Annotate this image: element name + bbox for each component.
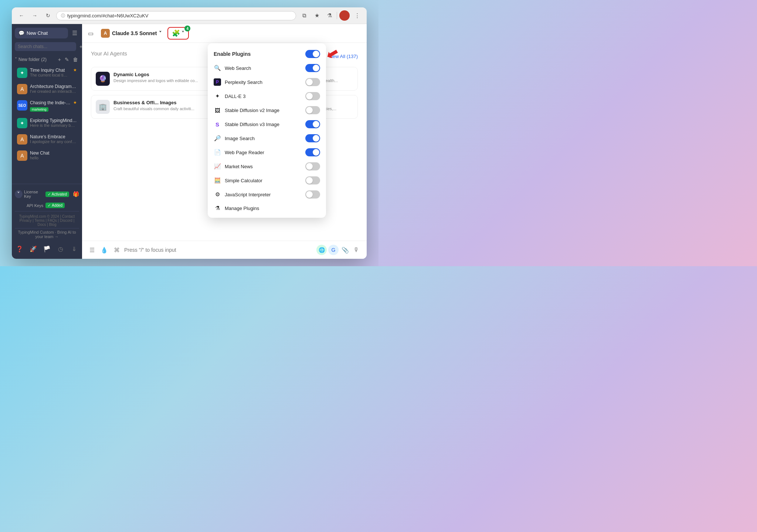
plugin-row-stable-v2[interactable]: 🖼 Stable Diffusion v2 Image	[208, 103, 326, 117]
flag-button[interactable]: 🏳️	[42, 243, 52, 254]
extensions-button[interactable]: ⚗	[324, 10, 335, 21]
sidebar-footer: ˅ License Key ✓ Activated 🎁 API Keys ✓	[12, 184, 82, 259]
stable-v3-toggle[interactable]	[305, 120, 320, 128]
plugin-row-dalle[interactable]: ✦ DALL-E 3	[208, 89, 326, 103]
chat-preview: I apologize for any confusion, but...	[30, 139, 77, 144]
chat-avatar-anthropic: A	[17, 150, 27, 161]
help-button[interactable]: ❓	[15, 243, 25, 254]
chat-title: New Chat	[30, 150, 77, 156]
chat-info: Exploring TypingMind Resell... Here is t…	[30, 118, 77, 128]
chevron-down-icon: ˅	[159, 30, 162, 36]
folder-edit-button[interactable]: ✎	[64, 55, 70, 64]
gift-icon: 🎁	[73, 191, 79, 197]
chat-item-exploring[interactable]: ✦ Exploring TypingMind Resell... Here is…	[15, 115, 79, 131]
web-search-label: Web Search	[225, 65, 302, 71]
chat-input[interactable]	[124, 247, 313, 253]
command-button[interactable]: ⌘	[112, 245, 121, 255]
plugin-row-web-reader[interactable]: 📄 Web Page Reader	[208, 145, 326, 159]
calculator-toggle[interactable]	[305, 176, 320, 184]
stable-v2-icon: 🖼	[214, 106, 221, 114]
api-label: API Keys	[27, 203, 43, 208]
main-header: ▭ A Claude 3.5 Sonnet ˅ 🧩 ˅ 4	[82, 24, 367, 43]
menu-button[interactable]: ⋮	[352, 10, 362, 21]
plugin-row-perplexity[interactable]: P Perplexity Search	[208, 75, 326, 89]
grammar-icon[interactable]: G	[328, 245, 339, 255]
image-search-toggle[interactable]	[305, 134, 320, 142]
bookmark-button[interactable]: ★	[312, 10, 322, 21]
persona-button[interactable]: 💧	[99, 245, 109, 255]
folder-add-button[interactable]: +	[57, 55, 62, 64]
chat-item-chasing[interactable]: SEO Chasing the Indie-Hacke... marketing…	[15, 98, 79, 115]
web-search-toggle[interactable]	[305, 64, 320, 72]
mic-button[interactable]: 🎙	[352, 245, 361, 255]
image-search-icon: 🔎	[214, 135, 221, 142]
grounding-icon[interactable]: 🌐	[316, 245, 327, 255]
enable-plugins-toggle[interactable]	[305, 50, 320, 58]
agent-info: Businesses & Offi... Images Craft beauti…	[113, 100, 194, 112]
agent-card-businesses[interactable]: 🏢 Businesses & Offi... Images Craft beau…	[91, 95, 222, 119]
promo-text[interactable]: TypingMind Custom · Bring AI to your tea…	[15, 228, 79, 240]
back-button[interactable]: ←	[16, 10, 27, 21]
plugin-row-calculator[interactable]: 🧮 Simple Calculator	[208, 173, 326, 187]
refresh-button[interactable]: ↻	[43, 10, 53, 21]
url-text: typingmind.com/#chat=N6UwXC2uKV	[67, 13, 148, 18]
chat-item-new[interactable]: A New Chat hello	[15, 148, 79, 163]
chat-item-natures[interactable]: A Nature's Embrace I apologize for any c…	[15, 132, 79, 147]
perplexity-label: Perplexity Search	[225, 79, 302, 85]
chat-preview: I've created an interactive ca...	[30, 89, 77, 94]
plugin-row-stable-v3[interactable]: S Stable Diffusion v3 Image	[208, 117, 326, 131]
chat-bubble-icon: 💬	[18, 30, 24, 36]
add-chat-button[interactable]: +	[78, 43, 82, 51]
view-all-button[interactable]: View All (137)	[329, 54, 358, 59]
forward-button[interactable]: →	[30, 10, 40, 21]
search-row: + 🏷 ↗	[12, 42, 82, 54]
plugin-row-market-news[interactable]: 📈 Market News	[208, 159, 326, 173]
clock-button[interactable]: ◷	[55, 243, 65, 254]
copyright: TypingMind.com © 2024 | Contact Privacy …	[15, 213, 79, 228]
folder-header[interactable]: ˅ New folder (2) + ✎ 🗑	[15, 54, 79, 65]
api-row: API Keys ✓ Added	[15, 201, 79, 210]
calculator-icon: 🧮	[214, 177, 221, 184]
plugin-row-image-search[interactable]: 🔎 Image Search	[208, 131, 326, 145]
stable-v2-toggle[interactable]	[305, 106, 320, 114]
chat-item-architecture[interactable]: A Architecture Diagram Cr... I've create…	[15, 81, 79, 97]
download-button[interactable]: ⇓	[69, 243, 79, 254]
sidebar-toggle-button[interactable]: ▭	[86, 28, 95, 38]
dalle-toggle[interactable]	[305, 92, 320, 100]
fire-button[interactable]: 🚀	[28, 243, 38, 254]
manage-plugins-row[interactable]: ⚗ Manage Plugins	[208, 201, 326, 215]
profile-button[interactable]	[339, 10, 350, 21]
star-icon: ★	[73, 68, 77, 72]
app-body: 💬 New Chat ☰ + 🏷 ↗ ˅ New folder (2) +	[12, 24, 367, 259]
folder-chevron-icon: ˅	[15, 57, 17, 62]
web-reader-toggle[interactable]	[305, 148, 320, 156]
model-selector-button[interactable]: A Claude 3.5 Sonnet ˅	[98, 27, 164, 39]
agent-info: Dynamic Logos Design impressive and logo…	[113, 72, 198, 84]
new-chat-button[interactable]: 💬 New Chat	[15, 28, 68, 38]
attach-button[interactable]: 📎	[340, 245, 350, 255]
open-tab-button[interactable]: ⧉	[299, 10, 309, 21]
chat-item-time-inquiry[interactable]: ✦ Time Inquiry Chat The current local ti…	[15, 65, 79, 81]
chat-mode-button[interactable]: ☰	[88, 245, 96, 255]
search-input[interactable]	[15, 42, 76, 51]
chat-preview: Here is the summary based on th...	[30, 123, 77, 128]
agent-name: Dynamic Logos	[113, 72, 198, 77]
web-search-icon: 🔍	[214, 64, 221, 72]
chat-info: Time Inquiry Chat The current local time…	[30, 68, 71, 77]
agent-card-dynamic-logos[interactable]: 🔮 Dynamic Logos Design impressive and lo…	[91, 67, 222, 91]
chat-avatar-anthropic: A	[17, 84, 27, 94]
input-right-icons: 🌐 G 📎 🎙	[316, 245, 361, 255]
js-toggle[interactable]	[305, 190, 320, 199]
market-news-toggle[interactable]	[305, 162, 320, 170]
perplexity-toggle[interactable]	[305, 78, 320, 86]
address-bar[interactable]: ⓘ typingmind.com/#chat=N6UwXC2uKV	[56, 11, 296, 20]
plugin-row-web-search[interactable]: 🔍 Web Search	[208, 61, 326, 75]
chat-avatar-openai: ✦	[17, 68, 27, 78]
web-reader-label: Web Page Reader	[225, 150, 302, 155]
folder-delete-button[interactable]: 🗑	[72, 55, 79, 64]
hamburger-button[interactable]: ☰	[70, 28, 79, 38]
plugin-row-js[interactable]: ⚙ JavaScript Interpreter	[208, 187, 326, 201]
collapse-button[interactable]: ˅	[15, 190, 23, 198]
activated-badge: ✓ Activated	[45, 192, 69, 197]
plugin-button[interactable]: 🧩 ˅ 4	[167, 27, 189, 40]
